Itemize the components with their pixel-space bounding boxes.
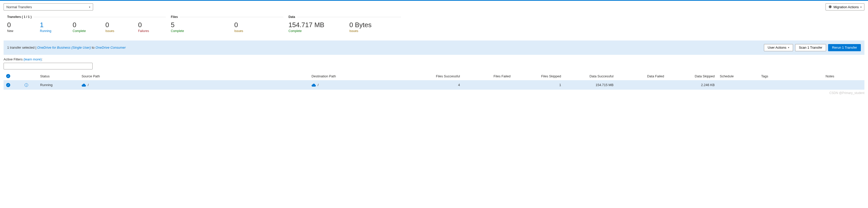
col-source-path[interactable]: Source Path	[79, 72, 309, 80]
transfers-table: ✓ Status Source Path Destination Path Fi…	[4, 72, 864, 90]
active-filters: Active Filters (learn more):	[0, 55, 868, 72]
cell-tags	[758, 80, 795, 90]
cloud-icon	[82, 83, 86, 87]
transfer-type-value: Normal Transfers	[6, 5, 32, 9]
stat-running[interactable]: 1 Running	[40, 16, 70, 33]
col-tags[interactable]: Tags	[758, 72, 795, 80]
stat-files-complete[interactable]: 5 Complete	[171, 16, 232, 33]
stats-group-title-transfers: Transfers ( 1 / 1 )	[7, 15, 33, 19]
stats-group-title-data: Data	[288, 15, 297, 19]
transfer-type-select[interactable]: Normal Transfers ▾	[4, 3, 93, 10]
stat-files-issues[interactable]: 0 Issues	[234, 16, 265, 33]
cell-schedule	[717, 80, 758, 90]
selection-bar: 1 transfer selected | OneDrive for Busin…	[4, 41, 864, 55]
table-row[interactable]: ✓ i Running / /	[4, 80, 864, 90]
rerun-transfer-button[interactable]: Rerun 1 Transfer	[828, 44, 861, 51]
row-checkbox[interactable]: ✓	[6, 83, 10, 87]
cloud-icon	[311, 83, 316, 87]
stat-issues[interactable]: 0 Issues	[105, 16, 136, 33]
col-data-skipped[interactable]: Data Skipped	[667, 72, 717, 80]
cell-data-failed	[616, 80, 667, 90]
col-data-failed[interactable]: Data Failed	[616, 72, 667, 80]
cell-files-failed	[462, 80, 513, 90]
learn-more-link[interactable]: (learn more)	[24, 57, 42, 61]
cell-destination-path: /	[318, 83, 319, 87]
info-icon[interactable]: i	[25, 83, 28, 87]
migration-actions-button[interactable]: Migration Actions ▾	[826, 3, 864, 10]
stat-failures[interactable]: 0 Failures	[138, 16, 169, 33]
col-destination-path[interactable]: Destination Path	[309, 72, 410, 80]
stat-data-complete[interactable]: 154.717 MB Complete	[288, 16, 347, 33]
user-actions-button[interactable]: User Actions ▾	[764, 44, 793, 51]
chevron-down-icon: ▾	[89, 6, 90, 8]
cell-status: Running	[38, 80, 79, 90]
stat-data-issues[interactable]: 0 Bytes Issues	[349, 16, 380, 33]
selection-text: 1 transfer selected | OneDrive for Busin…	[7, 46, 126, 49]
chevron-down-icon: ▾	[788, 46, 789, 49]
col-data-successful[interactable]: Data Successful	[564, 72, 616, 80]
filter-input[interactable]	[4, 63, 93, 70]
gear-icon	[828, 5, 832, 9]
stats-row: Transfers ( 1 / 1 ) 0 New 1 Running 0 Co…	[0, 13, 868, 41]
stats-group-title-files: Files	[171, 15, 180, 19]
col-status[interactable]: Status	[38, 72, 79, 80]
cell-source-path: /	[88, 83, 89, 87]
select-all-checkbox[interactable]: ✓	[6, 74, 10, 78]
stat-complete[interactable]: 0 Complete	[73, 16, 103, 33]
chevron-down-icon: ▾	[860, 6, 862, 8]
col-schedule[interactable]: Schedule	[717, 72, 758, 80]
col-notes[interactable]: Notes	[795, 72, 864, 80]
cell-data-skipped: 2.246 KB	[667, 80, 717, 90]
cell-files-successful: 4	[410, 80, 463, 90]
col-files-failed[interactable]: Files Failed	[462, 72, 513, 80]
migration-actions-label: Migration Actions	[834, 5, 859, 9]
watermark: CSDN @Primary_student	[0, 90, 868, 96]
cell-data-successful: 154.715 MB	[564, 80, 616, 90]
cell-notes	[795, 80, 864, 90]
col-files-skipped[interactable]: Files Skipped	[513, 72, 564, 80]
col-files-successful[interactable]: Files Successful	[410, 72, 463, 80]
cell-files-skipped: 1	[513, 80, 564, 90]
scan-transfer-button[interactable]: Scan 1 Transfer	[795, 44, 826, 51]
